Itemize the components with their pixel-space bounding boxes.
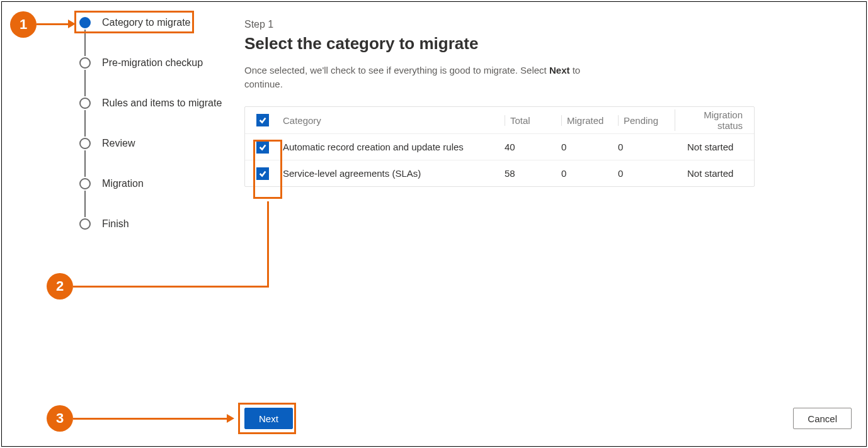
checkmark-icon	[258, 143, 267, 152]
step-dot-icon	[79, 178, 91, 189]
cancel-button-label: Cancel	[808, 413, 837, 424]
step-label: Review	[102, 137, 135, 150]
page-title: Select the category to migrate	[244, 34, 761, 53]
wizard-step-migration[interactable]: Migration	[79, 177, 224, 217]
main-panel: Step 1 Select the category to migrate On…	[244, 19, 761, 187]
annotation-arrowhead-icon	[68, 20, 76, 28]
cell-category: Automatic record creation and update rul…	[283, 142, 505, 152]
table-row: Service-level agreements (SLAs) 58 0 0 N…	[245, 160, 754, 186]
row-checkbox[interactable]	[256, 167, 269, 180]
wizard-step-finish[interactable]: Finish	[79, 217, 224, 257]
select-all-checkbox[interactable]	[256, 114, 269, 126]
table-header-row: Category Total Migrated Pending Migratio…	[245, 107, 754, 133]
wizard-step-rules-items[interactable]: Rules and items to migrate	[79, 96, 224, 137]
annotation-arrow	[267, 201, 269, 288]
step-label: Rules and items to migrate	[102, 96, 222, 110]
row-checkbox[interactable]	[256, 141, 269, 154]
cell-pending: 0	[618, 168, 675, 179]
category-table: Category Total Migrated Pending Migratio…	[244, 106, 755, 187]
step-label: Migration	[102, 177, 144, 191]
cell-migrated: 0	[561, 168, 618, 179]
col-pending: Pending	[618, 115, 675, 126]
step-dot-icon	[79, 57, 91, 69]
cell-total: 40	[505, 142, 561, 152]
page-description: Once selected, we'll check to see if eve…	[244, 64, 585, 91]
step-connector	[84, 30, 86, 56]
col-migrated: Migrated	[561, 115, 618, 126]
step-dot-icon	[79, 218, 91, 230]
cancel-button[interactable]: Cancel	[793, 408, 852, 429]
col-status: Migration status	[675, 109, 743, 131]
col-category: Category	[283, 115, 505, 126]
step-dot-icon	[79, 138, 91, 149]
table-row: Automatic record creation and update rul…	[245, 133, 754, 160]
cell-status: Not started	[675, 142, 743, 152]
step-number: Step 1	[244, 19, 761, 30]
step-dot-icon	[79, 17, 91, 28]
annotation-badge-1: 1	[10, 11, 37, 38]
step-label: Category to migrate	[102, 16, 191, 30]
step-connector	[84, 110, 86, 137]
cell-status: Not started	[675, 168, 743, 179]
step-connector	[84, 150, 86, 177]
next-button[interactable]: Next	[244, 408, 293, 429]
annotation-arrowhead-icon	[227, 414, 234, 423]
step-label: Finish	[102, 217, 129, 231]
cell-migrated: 0	[561, 142, 618, 152]
annotation-badge-3: 3	[47, 405, 73, 432]
annotation-arrow	[73, 286, 267, 288]
wizard-step-review[interactable]: Review	[79, 137, 224, 177]
wizard-step-premigration[interactable]: Pre-migration checkup	[79, 56, 224, 96]
next-button-label: Next	[259, 413, 278, 424]
desc-text-before: Once selected, we'll check to see if eve…	[244, 65, 549, 76]
cell-pending: 0	[618, 142, 675, 152]
cell-total: 58	[505, 168, 561, 179]
desc-text-bold: Next	[549, 65, 570, 76]
col-total: Total	[505, 115, 561, 126]
step-label: Pre-migration checkup	[102, 56, 203, 70]
cell-category: Service-level agreements (SLAs)	[283, 168, 505, 179]
checkmark-icon	[258, 169, 267, 178]
checkmark-icon	[258, 116, 267, 125]
step-dot-icon	[79, 98, 91, 109]
wizard-steps: Category to migrate Pre-migration checku…	[79, 16, 224, 257]
annotation-badge-2: 2	[47, 273, 73, 300]
annotation-arrow	[73, 418, 227, 420]
annotation-arrow	[37, 23, 68, 25]
wizard-step-category[interactable]: Category to migrate	[79, 16, 224, 56]
step-connector	[84, 191, 86, 217]
step-connector	[84, 70, 86, 96]
